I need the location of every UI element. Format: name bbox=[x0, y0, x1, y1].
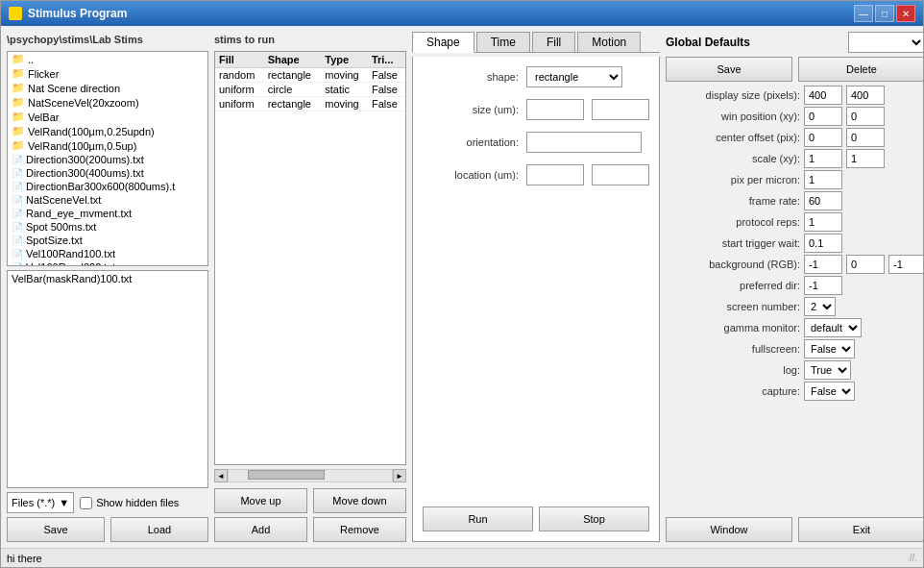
tree-item[interactable]: Nat Scene direction bbox=[8, 81, 207, 95]
globals-field-label: scale (xy): bbox=[666, 153, 800, 164]
globals-single-input[interactable] bbox=[804, 212, 842, 232]
tree-item[interactable]: Spot 500ms.txt bbox=[8, 220, 207, 234]
globals-select[interactable]: False bbox=[804, 382, 855, 401]
globals-input-2[interactable] bbox=[846, 149, 885, 168]
globals-input-2[interactable] bbox=[846, 107, 885, 126]
globals-select[interactable]: False bbox=[804, 339, 855, 358]
globals-input-2[interactable] bbox=[846, 86, 885, 105]
tree-item[interactable]: Direction300(200ums).txt bbox=[8, 153, 207, 166]
move-buttons: Move up Move down bbox=[214, 488, 406, 513]
stims-table[interactable]: FillShapeTypeTri... randomrectanglemovin… bbox=[214, 51, 406, 465]
globals-single-input[interactable] bbox=[804, 276, 842, 295]
tree-item[interactable]: Flicker bbox=[8, 66, 207, 81]
show-hidden-checkbox[interactable] bbox=[80, 497, 92, 509]
table-cell: circle bbox=[264, 83, 322, 97]
tree-item[interactable]: NatSceneVel.txt bbox=[8, 193, 207, 207]
globals-field-label: preferred dir: bbox=[666, 280, 800, 291]
globals-title-text: Global Defaults bbox=[666, 36, 750, 49]
tree-item[interactable]: NatSceneVel(20xzoom) bbox=[8, 95, 207, 110]
add-stim-button[interactable]: Add bbox=[214, 517, 307, 542]
window-exit-row: Window Exit bbox=[666, 517, 923, 542]
size-input-2[interactable]: 100 bbox=[592, 99, 649, 120]
tree-item[interactable]: VelRand(100µm,0.5up) bbox=[8, 138, 207, 153]
tree-item[interactable]: VelBar bbox=[8, 110, 207, 124]
maximize-button[interactable]: □ bbox=[875, 5, 894, 22]
stims-panel-title: stims to run bbox=[214, 32, 406, 47]
remove-stim-button[interactable]: Remove bbox=[313, 517, 406, 542]
globals-delete-button[interactable]: Delete bbox=[798, 57, 923, 82]
file-input[interactable]: VelBar(maskRand)100.txt bbox=[7, 270, 208, 489]
tree-item[interactable]: VelRand(100µm,0.25updn) bbox=[8, 124, 207, 138]
tree-item[interactable]: DirectionBar300x600(800ums).t bbox=[8, 180, 207, 193]
globals-row: start trigger wait: bbox=[666, 234, 923, 253]
globals-field-label: display size (pixels): bbox=[666, 89, 800, 101]
globals-preset-select[interactable] bbox=[848, 32, 923, 53]
add-remove-buttons: Add Remove bbox=[214, 517, 406, 542]
tree-item[interactable]: Direction300(400ums).txt bbox=[8, 166, 207, 180]
tree-item[interactable]: Rand_eye_mvment.txt bbox=[8, 207, 207, 220]
table-row[interactable]: uniformcirclestaticFalse bbox=[215, 83, 405, 97]
globals-save-button[interactable]: Save bbox=[666, 57, 792, 82]
run-button[interactable]: Run bbox=[423, 506, 533, 531]
minimize-button[interactable]: — bbox=[854, 5, 873, 22]
tab-time[interactable]: Time bbox=[476, 32, 530, 52]
globals-input-2[interactable] bbox=[846, 128, 885, 147]
location-label: location (um): bbox=[423, 169, 519, 181]
close-button[interactable]: ✕ bbox=[896, 5, 915, 22]
size-input-1[interactable]: 50 bbox=[526, 99, 584, 120]
globals-row: win position (xy): bbox=[666, 107, 923, 126]
tabs-row: ShapeTimeFillMotion bbox=[412, 32, 660, 53]
globals-row: background (RGB): bbox=[666, 255, 923, 274]
location-input-1[interactable]: 0 bbox=[526, 164, 584, 185]
scrollbar-right-arrow[interactable]: ► bbox=[393, 469, 406, 482]
horizontal-scrollbar-thumb[interactable] bbox=[248, 470, 325, 480]
table-cell: False bbox=[368, 97, 405, 111]
orientation-label: orientation: bbox=[423, 136, 519, 148]
exit-button[interactable]: Exit bbox=[798, 517, 923, 542]
table-column-header: Shape bbox=[264, 52, 322, 68]
tree-item[interactable]: Vel100Rand200.txt bbox=[8, 260, 207, 266]
tab-shape[interactable]: Shape bbox=[412, 32, 474, 53]
tree-item[interactable]: SpotSize.txt bbox=[8, 234, 207, 247]
table-row[interactable]: uniformrectanglemovingFalse bbox=[215, 97, 405, 111]
globals-field-label: pix per micron: bbox=[666, 174, 800, 185]
globals-select[interactable]: True bbox=[804, 360, 851, 380]
tab-motion[interactable]: Motion bbox=[577, 32, 641, 52]
globals-input-2[interactable] bbox=[846, 255, 885, 274]
globals-input-1[interactable] bbox=[804, 149, 842, 168]
table-column-header: Type bbox=[321, 52, 368, 68]
shape-select[interactable]: rectanglecirclebar bbox=[526, 66, 622, 87]
globals-row: preferred dir: bbox=[666, 276, 923, 295]
globals-input-1[interactable] bbox=[804, 107, 842, 126]
globals-input-3[interactable] bbox=[888, 255, 923, 274]
location-input-2[interactable]: 0 bbox=[592, 164, 649, 185]
globals-field-label: screen number: bbox=[666, 301, 800, 312]
table-row[interactable]: randomrectanglemovingFalse bbox=[215, 68, 405, 83]
globals-single-input[interactable] bbox=[804, 234, 842, 253]
stop-button[interactable]: Stop bbox=[539, 506, 649, 531]
globals-single-input[interactable] bbox=[804, 170, 842, 189]
globals-select[interactable]: 2 bbox=[804, 297, 836, 316]
title-bar: Stimulus Program — □ ✕ bbox=[1, 1, 923, 26]
tree-item[interactable]: Vel100Rand100.txt bbox=[8, 247, 207, 260]
tree-item[interactable]: .. bbox=[8, 52, 207, 66]
globals-field-label: background (RGB): bbox=[666, 259, 800, 270]
globals-input-1[interactable] bbox=[804, 86, 842, 105]
show-hidden-label: Show hidden files bbox=[96, 497, 179, 508]
scrollbar-left-arrow[interactable]: ◄ bbox=[214, 469, 228, 482]
tab-fill[interactable]: Fill bbox=[532, 32, 575, 52]
load-file-button[interactable]: Load bbox=[110, 517, 208, 542]
globals-save-row: Save Delete bbox=[666, 57, 923, 82]
filter-dropdown[interactable]: Files (*.*) ▼ bbox=[7, 492, 74, 513]
move-down-button[interactable]: Move down bbox=[313, 488, 406, 513]
window-button[interactable]: Window bbox=[666, 517, 792, 542]
globals-select[interactable]: default bbox=[804, 318, 862, 337]
globals-single-input[interactable] bbox=[804, 191, 842, 210]
window-controls: — □ ✕ bbox=[854, 5, 915, 22]
save-file-button[interactable]: Save bbox=[7, 517, 105, 542]
move-up-button[interactable]: Move up bbox=[214, 488, 307, 513]
globals-input-1[interactable] bbox=[804, 128, 842, 147]
globals-input-1[interactable] bbox=[804, 255, 842, 274]
orientation-input[interactable]: 0 bbox=[526, 132, 642, 153]
file-tree[interactable]: ..FlickerNat Scene directionNatSceneVel(… bbox=[7, 51, 208, 266]
